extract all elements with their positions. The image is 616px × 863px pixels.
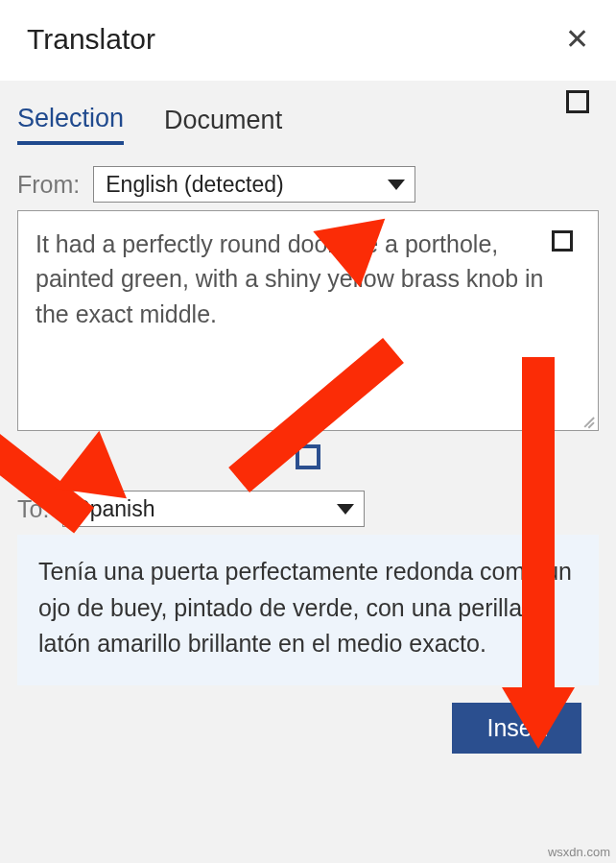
translated-text: Tenía una puerta perfectamente redonda c… (38, 558, 572, 657)
translator-body: From: English (detected) It had a perfec… (0, 145, 616, 754)
to-label: To: (17, 495, 49, 523)
insert-button[interactable]: Insert (452, 703, 581, 754)
swap-languages-icon[interactable] (296, 444, 320, 469)
source-text: It had a perfectly round door like a por… (36, 230, 543, 327)
pane-header: Translator ✕ (0, 0, 616, 81)
from-row: From: English (detected) (17, 166, 599, 203)
tabs-row: Selection Document (0, 81, 616, 145)
tab-selection[interactable]: Selection (17, 104, 124, 145)
watermark: wsxdn.com (548, 845, 610, 859)
placeholder-square-icon (552, 230, 573, 252)
from-label: From: (17, 171, 80, 199)
pane-title: Translator (27, 23, 155, 56)
close-icon[interactable]: ✕ (565, 25, 589, 54)
action-row: Insert (17, 685, 599, 754)
tab-document[interactable]: Document (164, 106, 282, 143)
translated-output: Tenía una puerta perfectamente redonda c… (17, 535, 599, 685)
source-text-area[interactable]: It had a perfectly round door like a por… (17, 210, 599, 431)
chevron-down-icon (388, 180, 405, 190)
to-row: To: Spanish (17, 491, 599, 527)
chevron-down-icon (337, 504, 354, 515)
resize-handle-icon[interactable] (580, 413, 594, 426)
to-language-value: Spanish (75, 496, 154, 522)
placeholder-square-icon (566, 90, 589, 113)
from-language-value: English (detected) (106, 172, 283, 198)
to-language-select[interactable]: Spanish (62, 491, 365, 527)
swap-languages-area (17, 444, 599, 473)
from-language-select[interactable]: English (detected) (93, 166, 415, 203)
